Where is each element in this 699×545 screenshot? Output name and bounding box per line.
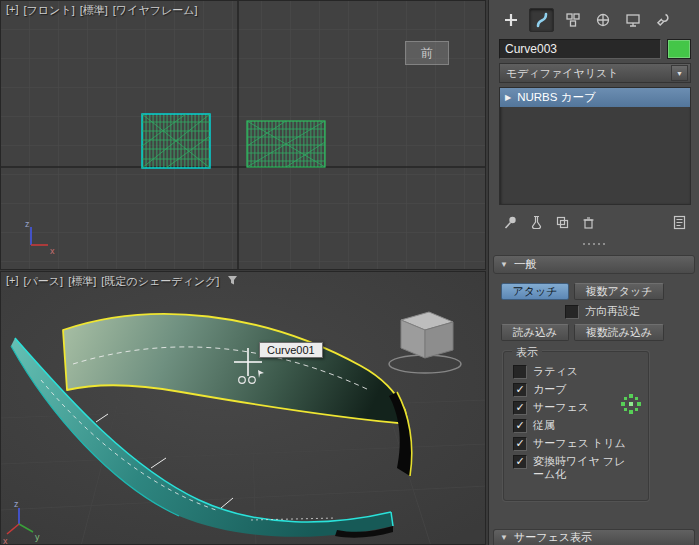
display-tab-icon[interactable] [621, 9, 644, 31]
display-checkbox-4[interactable]: ✓サーフェス トリム [513, 437, 642, 451]
rollout-general-body: アタッチ 複数アタッチ 方向再設定 読み込み 複数読み込み 表示 ラティス✓カー… [489, 276, 699, 501]
rollout-general-title: 一般 [514, 257, 537, 272]
command-panel-tabs [489, 0, 699, 37]
modifier-stack[interactable]: ▶ NURBS カーブ [499, 87, 691, 205]
configure-modifier-sets-icon[interactable] [671, 214, 687, 230]
front-viewport-label: [+] [フロント] [標準] [ワイヤフレーム] [6, 3, 198, 18]
checkbox-label: カーブ [533, 383, 567, 396]
object-name-input[interactable]: Curve003 [499, 39, 661, 59]
viewport-menu-plus[interactable]: [+] [6, 274, 19, 289]
checkbox-label: 変換時ワイヤ フレーム化 [533, 455, 633, 481]
reorient-checkbox-box[interactable] [565, 305, 579, 319]
viewport-menu-view[interactable]: [フロント] [24, 3, 75, 18]
attach-button[interactable]: アタッチ [501, 283, 569, 300]
checkbox-box[interactable]: ✓ [513, 455, 527, 469]
checkbox-box[interactable]: ✓ [513, 383, 527, 397]
viewport-menu-shading[interactable]: [既定のシェーディング] [101, 274, 219, 289]
multi-attach-button[interactable]: 複数アタッチ [574, 283, 664, 300]
viewport-menu-view[interactable]: [パース] [24, 274, 64, 289]
create-tab-icon[interactable] [499, 9, 522, 31]
make-unique-icon[interactable] [554, 214, 570, 230]
viewport-menu-renderer[interactable]: [標準] [80, 3, 108, 18]
modify-tab-icon[interactable] [529, 8, 554, 32]
import-button[interactable]: 読み込み [501, 324, 569, 341]
modifier-list-label: モディファイヤリスト [506, 66, 619, 81]
filter-funnel-icon[interactable] [227, 275, 238, 286]
3dsmax-window: z x [+] [フロント] [標準] [ワイヤフレーム] 前 [0, 0, 699, 545]
checkbox-label: ラティス [533, 365, 578, 378]
persp-viewport-canvas[interactable]: z x y [1, 272, 486, 545]
viewport-menu-renderer[interactable]: [標準] [68, 274, 96, 289]
show-end-result-icon[interactable] [528, 214, 544, 230]
remove-modifier-icon[interactable] [580, 214, 596, 230]
object-tooltip: Curve001 [259, 342, 323, 358]
viewport-menu-plus[interactable]: [+] [6, 3, 19, 18]
persp-axis-x-label: x [3, 536, 8, 545]
checkbox-label: サーフェス トリム [533, 437, 626, 450]
display-group: 表示 ラティス✓カーブ✓サーフェス✓従属✓サーフェス トリム✓変換時ワイヤ フレ… [503, 351, 649, 501]
viewcube-front-face[interactable]: 前 [405, 41, 449, 65]
front-axis-x-label: x [50, 246, 55, 256]
stack-item-label: NURBS カーブ [517, 90, 596, 105]
hierarchy-tab-icon[interactable] [561, 9, 584, 31]
viewport-front[interactable]: z x [+] [フロント] [標準] [ワイヤフレーム] 前 [0, 0, 486, 270]
motion-tab-icon[interactable] [591, 9, 614, 31]
rollout-surface-display-title: サーフェス表示 [514, 530, 592, 545]
persp-axis-z-label: z [14, 499, 19, 509]
stack-item-nurbs-curve[interactable]: ▶ NURBS カーブ [500, 88, 690, 107]
checkbox-label: サーフェス [533, 401, 589, 414]
persp-viewport-label: [+] [パース] [標準] [既定のシェーディング] [6, 274, 238, 289]
stack-toolbar [489, 205, 699, 232]
object-name-row: Curve003 [499, 39, 691, 59]
display-checkbox-0[interactable]: ラティス [513, 365, 642, 379]
viewport-menu-shading[interactable]: [ワイヤフレーム] [113, 3, 198, 18]
modifier-list-dropdown[interactable]: モディファイヤリスト ▼ [499, 63, 691, 83]
display-checkbox-list: ラティス✓カーブ✓サーフェス✓従属✓サーフェス トリム✓変換時ワイヤ フレーム化 [513, 365, 642, 481]
rollout-collapse-icon[interactable]: ▼ [500, 260, 508, 269]
display-group-title: 表示 [512, 345, 542, 360]
multi-import-button[interactable]: 複数読み込み [574, 324, 664, 341]
display-checkbox-5[interactable]: ✓変換時ワイヤ フレーム化 [513, 455, 642, 481]
persp-axis-y-label: y [35, 532, 40, 542]
rollout-general-header[interactable]: ▼ 一般 [493, 255, 695, 274]
wireframe-object-left[interactable] [142, 114, 210, 168]
expand-arrow-icon[interactable]: ▶ [505, 93, 511, 102]
chevron-down-icon[interactable]: ▼ [671, 65, 688, 81]
viewport-perspective[interactable]: z x y [+] [パース] [標準] [既定のシェーディング] Curve0… [0, 271, 486, 545]
checkbox-box[interactable]: ✓ [513, 419, 527, 433]
pin-stack-icon[interactable] [502, 214, 518, 230]
checkbox-box[interactable]: ✓ [513, 437, 527, 451]
checkbox-box[interactable] [513, 365, 527, 379]
display-checkbox-3[interactable]: ✓従属 [513, 419, 642, 433]
nurbs-creation-toolbox-icon[interactable] [619, 392, 643, 416]
wireframe-object-right[interactable] [247, 121, 325, 167]
reorient-checkbox-label: 方向再設定 [585, 305, 640, 318]
command-panel: Curve003 モディファイヤリスト ▼ ▶ NURBS カーブ [488, 0, 699, 545]
utilities-tab-icon[interactable] [651, 9, 674, 31]
checkbox-label: 従属 [533, 419, 555, 432]
reorient-checkbox[interactable]: 方向再設定 [565, 305, 693, 319]
front-axis-z-label: z [25, 219, 30, 229]
object-color-swatch[interactable] [667, 39, 691, 59]
rollout-surface-display-header[interactable]: ▼ サーフェス表示 [493, 529, 695, 545]
rollout-collapse-icon[interactable]: ▼ [500, 533, 508, 542]
panel-splitter-handle[interactable] [489, 240, 699, 248]
checkbox-box[interactable]: ✓ [513, 401, 527, 415]
